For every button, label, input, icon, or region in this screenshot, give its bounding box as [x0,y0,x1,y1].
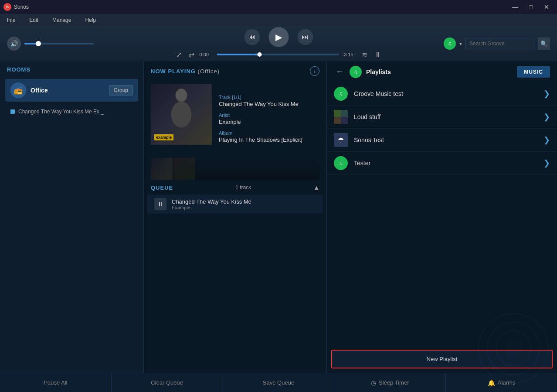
playlist-tester-icon: ♫ [334,156,348,170]
playlists-label: Playlists [366,68,513,75]
playlists-panel: ← ♫ Playlists MUSIC ♫ Groove Music test … [327,61,557,373]
minimize-button[interactable]: — [508,3,522,11]
time-total: -3:15 [343,52,357,57]
alarms-icon: 🔔 [488,379,495,386]
maximize-button[interactable]: □ [524,3,538,11]
title-bar: S Sonos — □ ✕ [0,0,557,14]
search-section: ♫ ▼ 🔍 [444,37,550,50]
office-room-item[interactable]: 📻 Office Group [5,79,138,102]
search-button[interactable]: 🔍 [538,37,550,50]
office-room-icon: 📻 [10,82,26,98]
progress-bar[interactable] [217,54,339,55]
rooms-panel: ROOMS 📻 Office Group Changed The Way You… [0,61,144,373]
close-button[interactable]: ✕ [540,3,554,11]
time-current: 0:00 [200,52,214,57]
track-title: Changed The Way You Kiss Me [219,101,319,107]
nowplaying-header: NOW PLAYING (Office) i [144,61,326,79]
menu-bar: File Edit Manage Help [0,14,557,26]
pause-icon[interactable]: ⏸ [373,49,383,60]
album-art-section: example Track [1/1] Changed The Way You … [144,79,326,158]
playlist-name-2: Sonos Test [354,136,537,143]
queue-collapse-button[interactable]: ▲ [313,184,319,191]
svg-point-1 [171,102,192,128]
menu-manage[interactable]: Manage [50,15,74,25]
queue-count: 1 track [235,184,251,191]
groove-icon: ♫ [444,37,456,50]
menu-file[interactable]: File [4,15,18,25]
next-button[interactable]: ⏭ [297,29,313,45]
office-room-name: Office [31,87,105,94]
new-playlist-button[interactable]: New Playlist [332,351,552,368]
svg-point-0 [176,89,187,102]
queue-playing-icon [10,109,15,114]
new-playlist-container: New Playlist [331,350,553,368]
playlist-item-groove-music[interactable]: ♫ Groove Music test ❯ [327,82,557,106]
fullscreen-icon[interactable]: ⤢ [174,49,183,61]
titlebar-left: S Sonos [3,3,29,11]
group-button[interactable]: Group [109,85,133,95]
rooms-header: ROOMS [0,61,143,76]
queue-pause-button[interactable]: ⏸ [154,198,166,210]
music-button[interactable]: MUSIC [517,66,550,78]
menu-help[interactable]: Help [82,15,98,25]
artist-field: Artist Example [219,112,319,125]
volume-slider[interactable] [24,43,94,44]
queue-track-info: Changed The Way You Kiss Me Example [172,198,316,210]
save-queue-button[interactable]: Save Queue [223,373,335,392]
queue-track-title: Changed The Way You Kiss Me [172,198,316,205]
playlist-loud-thumb [334,110,348,124]
playlist-item-sonos-test[interactable]: ☂ Sonos Test ❯ [327,129,557,152]
album-field: Album Playing In The Shadows [Explicit] [219,130,319,143]
mini-thumb-1 [151,158,173,180]
sleep-timer-icon: ◷ [371,379,376,386]
playlist-item-loud-stuff[interactable]: Loud stuff ❯ [327,106,557,129]
room-queue-item[interactable]: Changed The Way You Kiss Me Ex _ [5,106,138,117]
info-button[interactable]: i [310,66,319,76]
window-controls: — □ ✕ [508,3,554,11]
nowplaying-panel: NOW PLAYING (Office) i example [144,61,327,373]
album-value: Playing In The Shadows [Explicit] [219,136,319,143]
playlist-chevron-1: ❯ [543,112,550,122]
artist-label: Artist [219,112,319,118]
progress-section: ⤢ ⇄ 0:00 -3:15 ≋ ⏸ [174,49,383,61]
album-art-image: example [151,84,212,145]
play-button[interactable]: ▶ [268,27,289,47]
track-label: Track [1/1] [219,95,319,100]
queue-label: QUEUE [151,184,173,191]
eq-icon[interactable]: ≋ [360,49,369,61]
queue-track-artist: Example [172,205,316,210]
playlist-item-tester[interactable]: ♫ Tester ❯ [327,152,557,175]
sleep-timer-button[interactable]: ◷ Sleep Timer [334,373,446,392]
volume-icon[interactable]: 🔊 [7,37,21,51]
queue-item[interactable]: ⏸ Changed The Way You Kiss Me Example [147,194,323,214]
playlist-name-3: Tester [354,160,537,167]
person-silhouette-icon [164,87,199,131]
menu-edit[interactable]: Edit [27,15,41,25]
playlist-name-0: Groove Music test [354,90,537,97]
alarms-button[interactable]: 🔔 Alarms [446,373,557,392]
playlists-header: ← ♫ Playlists MUSIC [327,61,557,82]
queue-list: ⏸ Changed The Way You Kiss Me Example [144,194,326,373]
nowplaying-title: NOW PLAYING (Office) [151,68,220,75]
album-art: example [151,84,212,145]
playlist-chevron-3: ❯ [543,158,550,168]
nowplaying-room-tag: (Office) [198,68,220,75]
album-art-label: example [154,134,173,140]
search-dropdown-button[interactable]: ▼ [459,41,463,46]
artist-value: Example [219,119,319,125]
search-input[interactable] [465,38,535,49]
pause-all-button[interactable]: Pause All [0,373,112,392]
prev-button[interactable]: ⏮ [244,29,260,45]
progress-fill [217,54,260,55]
sonos-thumb-icon: ☂ [338,136,344,144]
clear-queue-button[interactable]: Clear Queue [112,373,223,392]
back-button[interactable]: ← [334,65,345,78]
sleep-timer-label: Sleep Timer [379,379,409,386]
thumb-q2 [341,110,348,117]
bottom-bar: Pause All Clear Queue Save Queue ◷ Sleep… [0,373,557,392]
queue-section: QUEUE 1 track ▲ [144,180,326,194]
playlist-sonos-thumb: ☂ [334,133,348,147]
shuffle-icon[interactable]: ⇄ [187,49,196,61]
app-logo: S [3,3,11,11]
alarms-label: Alarms [498,379,515,386]
